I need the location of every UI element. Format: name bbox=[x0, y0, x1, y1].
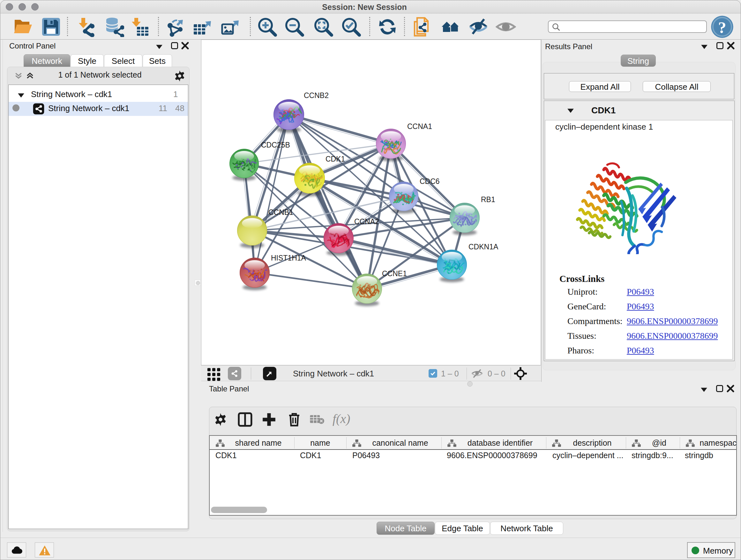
svg-text:CDKN1A: CDKN1A bbox=[468, 243, 498, 251]
svg-text:CCNA1: CCNA1 bbox=[407, 122, 432, 131]
svg-text:CCNE1: CCNE1 bbox=[382, 269, 407, 278]
svg-text:CCNB2: CCNB2 bbox=[304, 91, 329, 100]
svg-text:RB1: RB1 bbox=[481, 195, 495, 204]
svg-text:CDC6: CDC6 bbox=[420, 177, 440, 186]
svg-text:?: ? bbox=[718, 18, 726, 37]
svg-text:CCNA2: CCNA2 bbox=[354, 217, 379, 226]
svg-text:HIST1H1A: HIST1H1A bbox=[271, 254, 307, 262]
svg-text:CDC25B: CDC25B bbox=[261, 141, 290, 149]
svg-text:CCNB1: CCNB1 bbox=[268, 208, 293, 216]
svg-text:CDK1: CDK1 bbox=[326, 155, 345, 163]
